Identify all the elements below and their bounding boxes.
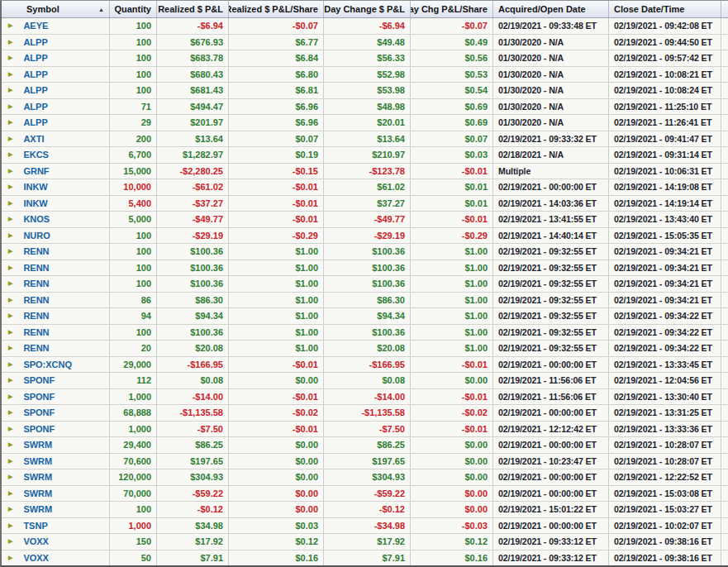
expand-icon[interactable]: ▶: [8, 232, 12, 239]
expand-icon[interactable]: ▶: [8, 312, 12, 319]
expand-icon[interactable]: ▶: [8, 55, 12, 61]
expand-icon[interactable]: ▶: [8, 280, 12, 287]
table-row[interactable]: ▶RENN100$100.36$1.00$100.36$1.0002/19/20…: [2, 244, 728, 260]
symbol-cell: ▶VOXX: [2, 534, 110, 550]
expand-icon[interactable]: ▶: [8, 248, 12, 255]
expand-icon[interactable]: ▶: [8, 264, 12, 271]
close-date-cell: 02/19/2021 - 14:19:14 ET: [609, 196, 721, 212]
table-row[interactable]: ▶GRNF15,000-$2,280.25-$0.15-$123.78-$0.0…: [2, 164, 728, 180]
symbol-label: RENN: [23, 295, 49, 305]
column-header-quantity[interactable]: Quantity: [110, 1, 157, 17]
expand-icon[interactable]: ▶: [8, 458, 12, 465]
realized-pl-share-cell: -$0.01: [229, 179, 324, 195]
table-row[interactable]: ▶SPONF1,000-$7.50-$0.01-$7.50-$0.0102/19…: [2, 422, 728, 438]
table-row[interactable]: ▶SPONF112$0.08$0.00$0.08$0.0002/19/2021 …: [2, 373, 728, 389]
table-row[interactable]: ▶KNOS5,000-$49.77-$0.01-$49.77-$0.0102/1…: [2, 212, 728, 228]
column-header-day-change-p-l[interactable]: Day Change $ P&L: [324, 1, 411, 17]
quantity-cell: 100: [110, 35, 157, 50]
column-header-acquired-open-date[interactable]: Acquired/Open Date: [493, 1, 609, 17]
expand-icon[interactable]: ▶: [8, 426, 12, 432]
quantity-cell: 20: [110, 341, 157, 356]
day-change-pl-cell: $17.92: [324, 534, 411, 550]
expand-icon[interactable]: ▶: [8, 409, 12, 416]
expand-icon[interactable]: ▶: [8, 361, 12, 368]
table-row[interactable]: ▶VOXX150$17.92$0.12$17.92$0.1202/19/2021…: [2, 534, 728, 550]
table-row[interactable]: ▶RENN94$94.34$1.00$94.34$1.0002/19/2021 …: [2, 308, 728, 325]
filler-cell: [721, 422, 728, 437]
table-row[interactable]: ▶ALPP29$201.97$6.96$20.01$0.6901/30/2020…: [2, 115, 728, 131]
table-row[interactable]: ▶SPONF68,888-$1,135.58-$0.02-$1,135.58-$…: [2, 405, 728, 422]
table-row[interactable]: ▶RENN100$100.36$1.00$100.36$1.0002/19/20…: [2, 276, 728, 293]
symbol-cell: ▶EKCS: [2, 147, 110, 163]
expand-icon[interactable]: ▶: [8, 555, 12, 561]
table-row[interactable]: ▶ALPP100$676.93$6.77$49.48$0.4901/30/202…: [2, 35, 728, 51]
expand-icon[interactable]: ▶: [8, 39, 12, 45]
column-header-symbol[interactable]: Symbol▲: [2, 1, 110, 17]
expand-icon[interactable]: ▶: [8, 474, 12, 480]
expand-icon[interactable]: ▶: [8, 441, 12, 448]
expand-icon[interactable]: ▶: [8, 22, 12, 29]
expand-icon[interactable]: ▶: [8, 168, 12, 174]
table-row[interactable]: ▶SWRM70,600$197.65$0.00$197.65$0.0002/19…: [2, 454, 728, 470]
table-row[interactable]: ▶RENN100$100.36$1.00$100.36$1.0002/19/20…: [2, 325, 728, 341]
table-row[interactable]: ▶INKW10,000-$61.02-$0.01$61.02$0.0102/19…: [2, 179, 728, 196]
column-header-day-chg-p-l-share[interactable]: Day Chg P&L/Share: [411, 1, 493, 17]
table-row[interactable]: ▶ALPP100$680.43$6.80$52.98$0.5301/30/202…: [2, 67, 728, 83]
expand-icon[interactable]: ▶: [8, 522, 12, 529]
table-row[interactable]: ▶RENN100$100.36$1.00$100.36$1.0002/19/20…: [2, 260, 728, 277]
sort-asc-icon: ▲: [95, 7, 104, 12]
table-row[interactable]: ▶AXTI200$13.64$0.07$13.64$0.0702/19/2021…: [2, 131, 728, 148]
expand-icon[interactable]: ▶: [8, 377, 12, 384]
close-date-cell: 02/19/2021 - 11:25:10 ET: [609, 99, 721, 115]
expand-icon[interactable]: ▶: [8, 490, 12, 497]
column-header-realized-p-l[interactable]: Realized $ P&L: [157, 1, 229, 17]
symbol-label: RENN: [23, 327, 49, 337]
column-header-close-date-time[interactable]: Close Date/Time: [609, 1, 721, 17]
expand-icon[interactable]: ▶: [8, 183, 12, 190]
realized-pl-cell: -$59.22: [157, 486, 229, 502]
table-row[interactable]: ▶RENN20$20.08$1.00$20.08$1.0002/19/2021 …: [2, 341, 728, 357]
expand-icon[interactable]: ▶: [8, 216, 12, 222]
realized-pl-cell: -$0.12: [157, 502, 229, 517]
table-row[interactable]: ▶INKW5,400-$37.27-$0.01$37.27$0.0102/19/…: [2, 196, 728, 212]
expand-icon[interactable]: ▶: [8, 103, 12, 110]
expand-icon[interactable]: ▶: [8, 200, 12, 207]
expand-icon[interactable]: ▶: [8, 71, 12, 78]
expand-icon[interactable]: ▶: [8, 393, 12, 400]
expand-icon[interactable]: ▶: [8, 329, 12, 336]
symbol-label: RENN: [23, 263, 49, 273]
filler-cell: [721, 405, 728, 421]
expand-icon[interactable]: ▶: [8, 119, 12, 126]
table-row[interactable]: ▶SWRM29,400$86.25$0.00$86.25$0.0002/19/2…: [2, 437, 728, 454]
realized-pl-cell: $100.36: [157, 244, 229, 260]
acquired-date-cell: Multiple: [493, 164, 609, 179]
table-row[interactable]: ▶VOXX50$7.91$0.16$7.91$0.1602/19/2021 - …: [2, 550, 728, 566]
table-row[interactable]: ▶SWRM120,000$304.93$0.00$304.93$0.0002/1…: [2, 469, 728, 486]
table-row[interactable]: ▶EKCS6,700$1,282.97$0.19$210.97$0.0302/1…: [2, 147, 728, 164]
expand-icon[interactable]: ▶: [8, 136, 12, 142]
day-chg-pl-share-cell: $0.00: [411, 454, 493, 469]
table-row[interactable]: ▶SPO:XCNQ29,000-$166.95-$0.01-$166.95-$0…: [2, 357, 728, 374]
expand-icon[interactable]: ▶: [8, 538, 12, 545]
column-header-realized-p-l-share[interactable]: Realized $ P&L/Share: [229, 1, 324, 17]
day-chg-pl-share-cell: -$0.02: [411, 405, 493, 421]
expand-icon[interactable]: ▶: [8, 151, 12, 158]
table-row[interactable]: ▶ALPP100$683.78$6.84$56.33$0.5601/30/202…: [2, 50, 728, 67]
table-row[interactable]: ▶SWRM100-$0.12$0.00-$0.12$0.0002/19/2021…: [2, 502, 728, 518]
close-date-cell: 02/19/2021 - 10:02:07 ET: [609, 518, 721, 534]
table-row[interactable]: ▶ALPP100$681.43$6.81$53.98$0.5401/30/202…: [2, 83, 728, 99]
table-row[interactable]: ▶ALPP71$494.47$6.96$48.98$0.6901/30/2020…: [2, 99, 728, 116]
table-row[interactable]: ▶SPONF1,000-$14.00-$0.01-$14.00-$0.0102/…: [2, 389, 728, 406]
symbol-label: ALPP: [23, 53, 47, 63]
expand-icon[interactable]: ▶: [8, 345, 12, 351]
expand-icon[interactable]: ▶: [8, 297, 12, 303]
table-row[interactable]: ▶NURO100-$29.19-$0.29-$29.19-$0.2902/19/…: [2, 228, 728, 245]
expand-icon[interactable]: ▶: [8, 87, 12, 93]
acquired-date-cell: 02/19/2021 - 10:23:47 ET: [493, 454, 609, 469]
expand-icon[interactable]: ▶: [8, 506, 12, 512]
table-row[interactable]: ▶SWRM70,000-$59.22$0.00-$59.22$0.0002/19…: [2, 486, 728, 503]
table-row[interactable]: ▶TSNP1,000$34.98$0.03-$34.98-$0.0302/19/…: [2, 518, 728, 535]
symbol-label: ALPP: [23, 69, 47, 79]
table-row[interactable]: ▶RENN86$86.30$1.00$86.30$1.0002/19/2021 …: [2, 293, 728, 309]
table-row[interactable]: ▶AEYE100-$6.94-$0.07-$6.94-$0.0702/19/20…: [2, 18, 728, 35]
